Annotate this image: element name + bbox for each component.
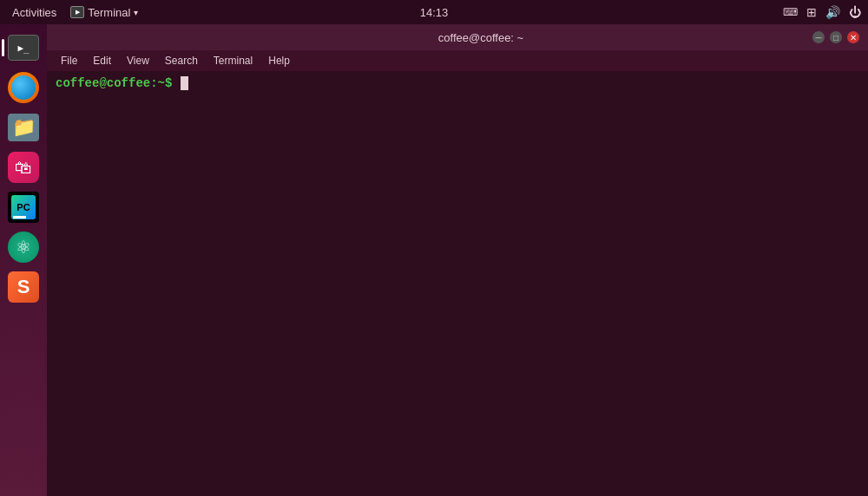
terminal-content[interactable]: coffee@coffee:~$ xyxy=(47,71,868,496)
power-icon[interactable]: ⏻ xyxy=(849,5,861,19)
menu-edit[interactable]: Edit xyxy=(86,53,118,69)
sublime-icon: S xyxy=(8,271,39,303)
terminal-prompt-line: coffee@coffee:~$ xyxy=(56,76,859,90)
sidebar-item-terminal[interactable]: ▶_ xyxy=(5,29,42,66)
sidebar-item-pycharm[interactable]: PC xyxy=(5,189,42,225)
terminal-icon: ▶_ xyxy=(8,35,39,61)
maximize-button[interactable]: □ xyxy=(830,31,842,43)
terminal-title: coffee@coffee: ~ xyxy=(438,31,523,44)
topbar-terminal-app[interactable]: Terminal ▾ xyxy=(65,6,143,19)
minimize-button[interactable]: ─ xyxy=(812,31,825,43)
sidebar-item-sublime[interactable]: S xyxy=(5,269,42,305)
terminal-titlebar: coffee@coffee: ~ ─ □ ✕ xyxy=(47,24,868,50)
firefox-icon xyxy=(8,72,39,103)
topbar-terminal-name: Terminal xyxy=(88,6,130,19)
menu-terminal[interactable]: Terminal xyxy=(207,53,260,69)
activities-button[interactable]: Activities xyxy=(7,6,62,19)
menu-help[interactable]: Help xyxy=(261,53,297,69)
topbar-right: ⌨ ⊞ 🔊 ⏻ xyxy=(783,5,861,19)
terminal-menubar: File Edit View Search Terminal Help xyxy=(47,50,868,71)
menu-view[interactable]: View xyxy=(120,53,156,69)
topbar-chevron-icon: ▾ xyxy=(134,8,138,17)
sidebar-item-atom[interactable]: ⚛ xyxy=(5,229,42,265)
close-button[interactable]: ✕ xyxy=(847,31,859,43)
sidebar-item-store[interactable]: 🛍 xyxy=(5,149,42,186)
topbar-clock: 14:13 xyxy=(420,6,449,19)
sidebar-item-files[interactable] xyxy=(5,109,42,146)
topbar-terminal-icon xyxy=(70,6,84,18)
menu-search[interactable]: Search xyxy=(158,53,205,69)
network-icon[interactable]: ⊞ xyxy=(806,5,817,19)
sidebar-item-firefox[interactable] xyxy=(5,69,42,106)
keyboard-icon[interactable]: ⌨ xyxy=(783,6,798,18)
pycharm-bar xyxy=(13,216,26,219)
files-icon xyxy=(8,114,39,141)
topbar: Activities Terminal ▾ 14:13 ⌨ ⊞ 🔊 ⏻ xyxy=(0,0,868,24)
pycharm-icon: PC xyxy=(8,192,39,223)
sidebar-dock: ▶_ 🛍 PC ⚛ S xyxy=(0,24,47,496)
volume-icon[interactable]: 🔊 xyxy=(825,5,840,19)
prompt-space xyxy=(172,76,179,90)
window-controls: ─ □ ✕ xyxy=(812,31,859,43)
terminal-window: coffee@coffee: ~ ─ □ ✕ File Edit View Se… xyxy=(47,24,868,496)
atom-icon: ⚛ xyxy=(8,232,39,263)
menu-file[interactable]: File xyxy=(54,53,84,69)
topbar-left: Activities Terminal ▾ xyxy=(7,6,143,19)
store-icon: 🛍 xyxy=(8,152,39,183)
prompt-user-text: coffee@coffee:~$ xyxy=(56,76,172,90)
terminal-cursor xyxy=(181,76,188,90)
